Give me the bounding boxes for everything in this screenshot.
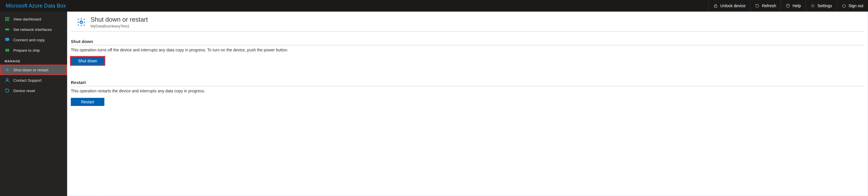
signout-label: Sign out xyxy=(849,3,863,8)
help-button[interactable]: Help xyxy=(781,0,806,11)
power-icon xyxy=(842,3,846,8)
refresh-label: Refresh xyxy=(762,3,776,8)
svg-rect-7 xyxy=(5,19,6,20)
sidebar-item-label: Contact Support xyxy=(13,78,42,83)
top-bar: Microsoft Azure Data Box Unlock device R… xyxy=(0,0,868,11)
sidebar-item-shutdown-restart[interactable]: Shut down or restart xyxy=(0,65,67,75)
sidebar-item-connect-copy[interactable]: Connect and copy xyxy=(0,35,67,45)
sidebar-item-label: View dashboard xyxy=(13,17,41,22)
sidebar-item-label: Set network interfaces xyxy=(13,28,52,32)
network-icon xyxy=(5,27,10,32)
help-icon xyxy=(785,3,790,8)
svg-rect-9 xyxy=(8,19,9,20)
svg-point-20 xyxy=(7,69,8,71)
page-gear-icon xyxy=(76,17,87,28)
refresh-icon xyxy=(755,3,760,8)
body-layout: View dashboard Set network interfaces Co… xyxy=(0,11,868,196)
svg-rect-19 xyxy=(7,49,8,52)
topbar-spacer xyxy=(72,0,708,11)
shutdown-button[interactable]: Shut down xyxy=(71,57,104,65)
svg-point-2 xyxy=(788,7,788,7)
svg-rect-6 xyxy=(8,17,9,18)
main-content: Shut down or restart MyDataBoxHeavyTest1… xyxy=(67,11,868,196)
gear-icon xyxy=(810,3,815,8)
svg-point-14 xyxy=(6,29,6,30)
help-label: Help xyxy=(793,3,801,8)
sidebar-item-label: Connect and copy xyxy=(13,38,45,42)
restart-button[interactable]: Restart xyxy=(71,98,104,106)
ship-icon xyxy=(5,48,10,53)
sidebar-item-prepare-ship[interactable]: Prepare to ship xyxy=(0,45,67,55)
sidebar-item-device-reset[interactable]: Device reset xyxy=(0,85,67,96)
reset-icon xyxy=(5,88,10,93)
svg-point-16 xyxy=(8,29,9,30)
settings-label: Settings xyxy=(817,3,832,8)
shutdown-heading: Shut down xyxy=(71,34,864,45)
svg-rect-12 xyxy=(8,20,9,21)
shutdown-description: This operation turns off the device and … xyxy=(71,48,864,52)
unlock-device-button[interactable]: Unlock device xyxy=(708,0,750,11)
svg-point-3 xyxy=(812,5,813,6)
page-titles: Shut down or restart MyDataBoxHeavyTest1 xyxy=(91,16,148,28)
brand-title: Microsoft Azure Data Box xyxy=(0,0,72,11)
svg-point-21 xyxy=(6,79,8,80)
restart-heading: Restart xyxy=(71,75,864,86)
copy-icon xyxy=(5,37,10,42)
sidebar-item-set-network[interactable]: Set network interfaces xyxy=(0,24,67,35)
page-header: Shut down or restart MyDataBoxHeavyTest1 xyxy=(71,12,864,32)
page-subtitle: MyDataBoxHeavyTest1 xyxy=(91,24,148,28)
signout-button[interactable]: Sign out xyxy=(837,0,868,11)
dashboard-icon xyxy=(5,16,10,22)
sidebar-item-label: Prepare to ship xyxy=(13,48,40,52)
top-actions: Unlock device Refresh Help Settings Sign… xyxy=(708,0,868,11)
unlock-icon xyxy=(713,3,718,8)
svg-rect-5 xyxy=(7,17,8,18)
sidebar-item-view-dashboard[interactable]: View dashboard xyxy=(0,14,67,24)
svg-point-15 xyxy=(7,29,7,30)
page-title: Shut down or restart xyxy=(91,16,148,24)
svg-rect-11 xyxy=(7,20,8,21)
svg-rect-0 xyxy=(714,5,717,7)
svg-rect-10 xyxy=(5,20,6,21)
refresh-button[interactable]: Refresh xyxy=(750,0,781,11)
svg-rect-8 xyxy=(7,19,8,20)
sidebar-section-manage: MANAGE xyxy=(0,55,67,65)
unlock-device-label: Unlock device xyxy=(720,3,745,8)
restart-description: This operation restarts the device and i… xyxy=(71,89,864,93)
settings-button[interactable]: Settings xyxy=(806,0,837,11)
sidebar-item-label: Shut down or restart xyxy=(13,68,49,72)
sidebar-item-contact-support[interactable]: Contact Support xyxy=(0,75,67,85)
restart-section: Restart This operation restarts the devi… xyxy=(67,73,868,113)
sidebar: View dashboard Set network interfaces Co… xyxy=(0,11,67,196)
support-icon xyxy=(5,78,10,83)
sidebar-item-label: Device reset xyxy=(13,89,35,93)
svg-rect-4 xyxy=(5,17,6,18)
shutdown-section: Shut down This operation turns off the d… xyxy=(67,32,868,73)
gear-icon xyxy=(5,67,10,73)
